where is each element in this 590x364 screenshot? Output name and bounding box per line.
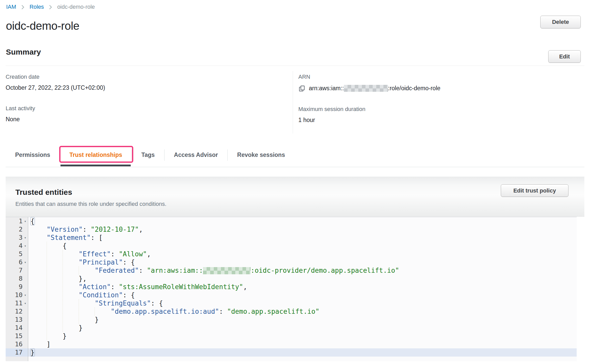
json-punctuation — [30, 258, 79, 266]
tab-permissions[interactable]: Permissions — [6, 147, 60, 167]
gutter-line-11: 11▾ — [6, 299, 28, 307]
code-line-8[interactable]: }, — [30, 275, 577, 283]
gutter-line-8: 8 — [6, 275, 28, 283]
breadcrumb-roles[interactable]: Roles — [29, 4, 44, 10]
json-key: "Version" — [47, 226, 83, 233]
json-punctuation: : — [139, 267, 147, 274]
gutter-line-16: 16 — [6, 340, 28, 348]
arn-value-row: arn:aws:iam:::role/oidc-demo-role — [298, 84, 584, 92]
edit-trust-policy-button[interactable]: Edit trust policy — [501, 184, 568, 197]
code-line-3[interactable]: "Statement": [ — [30, 234, 577, 242]
tab-trust-relationships[interactable]: Trust relationships — [60, 147, 132, 167]
code-line-6[interactable]: "Principal": { — [30, 258, 577, 266]
fold-arrow-icon[interactable]: ▾ — [23, 258, 28, 266]
editor-gutter: 1▾23▾4▾56▾78910▾11▾121314151617 — [6, 217, 28, 361]
line-number: 12 — [15, 307, 23, 316]
json-key: "Effect" — [79, 250, 111, 258]
code-line-17[interactable]: } — [28, 348, 577, 357]
json-punctuation: : — [111, 283, 119, 291]
code-line-9[interactable]: "Action": "sts:AssumeRoleWithWebIdentity… — [30, 283, 577, 291]
json-string: :oidc-provider/demo.app.spacelift.io" — [251, 267, 399, 274]
json-key: "Federated" — [95, 267, 139, 274]
trusted-entities-description: Entities that can assume this role under… — [15, 201, 584, 207]
json-string: "arn:aws:iam:: — [147, 267, 203, 274]
code-line-15[interactable]: } — [30, 332, 577, 340]
fold-arrow-icon[interactable]: ▾ — [23, 234, 28, 242]
json-string: "demo.app.spacelift.io" — [227, 308, 319, 315]
max-session-value: 1 hour — [298, 117, 584, 124]
code-line-11[interactable]: "StringEquals": { — [30, 299, 577, 307]
json-punctuation — [30, 299, 95, 307]
fold-arrow-icon[interactable]: ▾ — [23, 291, 28, 299]
creation-date-value: October 27, 2022, 22:23 (UTC+02:00) — [6, 84, 293, 91]
iam-role-page: IAM Roles oidc-demo-role oidc-demo-role … — [0, 0, 590, 364]
code-line-7[interactable]: "Federated": "arn:aws:iam:::oidc-provide… — [30, 266, 577, 275]
line-number: 3 — [19, 234, 23, 242]
tab-access-advisor[interactable]: Access Advisor — [165, 147, 228, 167]
summary-heading: Summary — [6, 48, 590, 56]
line-number: 1 — [19, 217, 23, 225]
gutter-line-5: 5 — [6, 250, 28, 258]
delete-button[interactable]: Delete — [540, 16, 581, 28]
json-punctuation: } — [30, 349, 35, 356]
json-punctuation: : [ — [91, 234, 103, 241]
gutter-line-6: 6▾ — [6, 258, 28, 266]
trusted-entities-panel: Trusted entities Entities that can assum… — [6, 177, 584, 361]
edit-button[interactable]: Edit — [548, 50, 581, 63]
code-line-5[interactable]: "Effect": "Allow", — [30, 250, 577, 258]
json-punctuation: , — [139, 226, 143, 233]
summary-right-column: ARN arn:aws:iam:::role/oidc-demo-role Ma… — [293, 69, 584, 134]
code-line-13[interactable]: } — [30, 316, 577, 324]
code-line-14[interactable]: } — [30, 324, 577, 332]
chevron-right-icon — [20, 5, 25, 10]
line-number: 13 — [15, 316, 23, 324]
json-punctuation: { — [30, 217, 35, 225]
role-tabs: Permissions Trust relationships Tags Acc… — [6, 147, 584, 167]
json-string: "sts:AssumeRoleWithWebIdentity" — [119, 283, 243, 291]
breadcrumb-current: oidc-demo-role — [57, 4, 95, 10]
code-line-10[interactable]: "Condition": { — [30, 291, 577, 299]
trust-policy-editor[interactable]: 1▾23▾4▾56▾78910▾11▾121314151617 { "Versi… — [6, 217, 577, 361]
code-line-4[interactable]: { — [30, 242, 577, 250]
line-number: 9 — [19, 283, 23, 291]
json-key: "Statement" — [47, 234, 91, 241]
gutter-line-2: 2 — [6, 225, 28, 234]
editor-code[interactable]: { "Version": "2012-10-17", "Statement": … — [28, 217, 577, 361]
column-divider — [293, 71, 293, 134]
breadcrumb: IAM Roles oidc-demo-role — [0, 0, 590, 10]
chevron-right-icon — [48, 5, 53, 10]
line-number: 8 — [19, 275, 23, 283]
json-punctuation: : — [83, 226, 91, 233]
copy-icon[interactable] — [298, 85, 306, 92]
code-line-2[interactable]: "Version": "2012-10-17", — [30, 225, 577, 234]
redacted-account-id — [203, 267, 251, 274]
fold-arrow-icon[interactable]: ▾ — [23, 217, 28, 225]
line-number: 7 — [19, 266, 23, 275]
code-line-12[interactable]: "demo.app.spacelift.io:aud": "demo.app.s… — [30, 307, 577, 316]
line-number: 10 — [15, 291, 23, 299]
summary-left-column: Creation date October 27, 2022, 22:23 (U… — [6, 69, 293, 134]
gutter-line-17: 17 — [6, 348, 28, 357]
line-number: 5 — [19, 250, 23, 258]
page-title: oidc-demo-role — [6, 19, 590, 32]
tab-tags[interactable]: Tags — [132, 147, 164, 167]
json-key: "Action" — [79, 283, 111, 291]
line-number: 14 — [15, 324, 23, 332]
json-punctuation — [30, 283, 79, 291]
fold-arrow-icon[interactable]: ▾ — [23, 242, 28, 250]
breadcrumb-iam[interactable]: IAM — [6, 4, 16, 10]
code-line-1[interactable]: { — [30, 217, 577, 225]
json-punctuation: : — [111, 250, 119, 258]
redacted-account-id — [344, 85, 388, 92]
code-line-16[interactable]: ] — [30, 340, 577, 348]
gutter-line-14: 14 — [6, 324, 28, 332]
tab-revoke-sessions[interactable]: Revoke sessions — [228, 147, 294, 167]
json-punctuation: : { — [151, 299, 163, 307]
max-session-label: Maximum session duration — [298, 106, 584, 113]
line-number: 11 — [15, 299, 23, 307]
line-number: 4 — [19, 242, 23, 250]
gutter-line-1: 1▾ — [6, 217, 28, 225]
gutter-line-13: 13 — [6, 316, 28, 324]
fold-arrow-icon[interactable]: ▾ — [23, 299, 28, 307]
line-number: 17 — [15, 348, 23, 357]
